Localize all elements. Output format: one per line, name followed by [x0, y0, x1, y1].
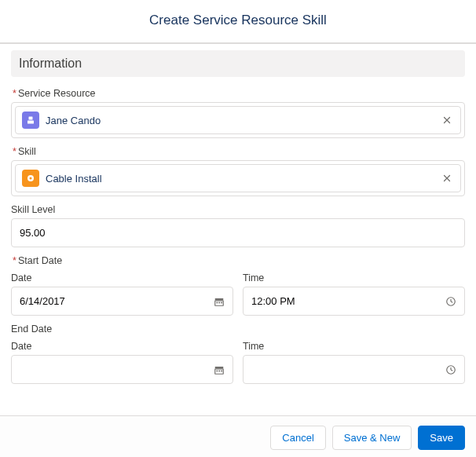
skill-lookup[interactable]: Cable Install: [11, 160, 465, 196]
save-and-new-button[interactable]: Save & New: [332, 426, 412, 450]
save-button[interactable]: Save: [418, 426, 465, 450]
label-start-date: Start Date: [11, 255, 465, 266]
end-time-input[interactable]: [243, 355, 465, 384]
start-date-input[interactable]: [11, 287, 233, 316]
modal-title: Create Service Resource Skill: [0, 0, 476, 44]
label-start-date-date: Date: [11, 272, 233, 283]
label-start-date-time: Time: [243, 272, 465, 283]
label-skill: Skill: [11, 146, 465, 157]
svg-rect-1: [27, 121, 34, 124]
close-icon: [442, 115, 452, 125]
create-service-resource-skill-modal: Create Service Resource Skill Informatio…: [0, 0, 476, 457]
label-service-resource: Service Resource: [11, 88, 465, 99]
label-end-date-date: Date: [11, 341, 233, 352]
skill-value: Cable Install: [46, 173, 434, 185]
label-end-date-time: Time: [243, 341, 465, 352]
label-skill-level: Skill Level: [11, 204, 465, 215]
section-information: Information: [11, 50, 465, 77]
service-resource-value: Jane Cando: [46, 115, 434, 126]
close-icon: [442, 174, 452, 183]
cancel-button[interactable]: Cancel: [270, 426, 325, 450]
svg-point-5: [30, 177, 32, 180]
end-date-input[interactable]: [11, 355, 233, 384]
skill-level-input[interactable]: [11, 218, 465, 247]
svg-rect-0: [29, 117, 33, 120]
service-resource-pill: Jane Cando: [15, 106, 461, 134]
start-time-input[interactable]: [243, 287, 465, 316]
remove-service-resource[interactable]: [440, 113, 454, 127]
remove-skill[interactable]: [440, 171, 454, 185]
skill-icon: [22, 170, 39, 187]
modal-footer: Cancel Save & New Save: [0, 415, 476, 457]
skill-pill: Cable Install: [15, 164, 461, 192]
modal-body: Information Service Resource Jane Cando …: [0, 44, 476, 415]
resource-icon: [22, 112, 39, 129]
service-resource-lookup[interactable]: Jane Cando: [11, 102, 465, 138]
label-end-date: End Date: [11, 324, 465, 335]
